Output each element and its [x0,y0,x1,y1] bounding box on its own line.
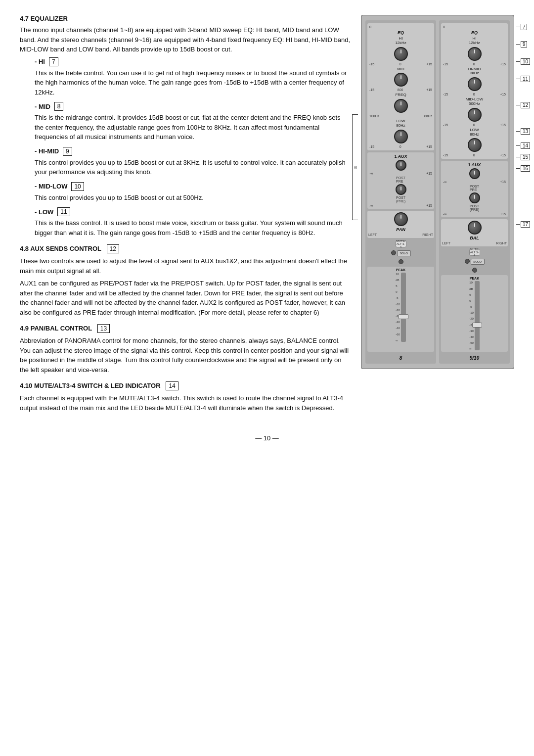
section-pan: 4.9 PAN/BAL CONTROL 13 Abbreviation of P… [20,324,351,375]
aux2-label-1: POST(PRE) [396,196,405,203]
aux2-knob-2 [469,192,480,203]
mid-knob-label-1: MID [397,67,404,72]
himid-scale-2: -150+15 [442,93,507,96]
aux-num-label-2: 1 [468,162,470,167]
aux-num-label-1: 1 [394,154,397,159]
fader-track-2[interactable] [475,281,480,350]
solo-led-1 [391,250,396,255]
page-number: — 10 — [20,434,514,442]
aux2-scale-1: -∞+15 [368,204,433,207]
ref-12: 12 [516,102,530,108]
ref-14: 14 [516,142,530,149]
midlow-label: - MID-LOW [35,183,67,190]
hi-knob-1 [394,47,408,61]
eq-title: 4.7 EQUALIZER [20,15,351,22]
fader-wrap-2: 10 dB 5 0 -5 -10 -20 -25 -30 -40 -60 [469,281,480,350]
mute-title-row: 4.10 MUTE/ALT3-4 SWITCH & LED INDICATOR … [20,381,351,390]
low-scale-2: -150+15 [442,153,507,157]
freq-knob-label-1: FREQ [395,93,406,97]
solo-btn-1[interactable]: SOLO [397,250,411,256]
fader-section-2: PEAK 10 dB 5 0 -5 -10 -20 -25 [441,275,508,352]
fader-handle-2[interactable] [472,323,482,328]
lr-label-2: LEFTRIGHT [442,241,507,245]
mute-btn-1[interactable]: MUTE/ALT 3-4 [396,240,406,247]
scale-top-1: 0 [368,25,433,29]
aux-title: 4.8 AUX SENDS CONTROL [20,245,101,252]
bal-section-2: BAL LEFTRIGHT [441,219,508,246]
peak-label-1: PEAK [396,268,405,272]
aux1-scale-2: -∞+15 [442,180,507,184]
pan-label-display-1: PAN [396,227,405,232]
midlow-text: This control provides you up to 15dB boo… [35,193,351,203]
sub-mid: - MID 8 This is the midrange control. It… [35,102,351,142]
low-label: - LOW [35,208,53,216]
mute-text: Each channel is equipped with the MUTE/A… [20,393,351,413]
section-aux: 4.8 AUX SENDS CONTROL 12 These two contr… [20,244,351,317]
freq-knob-1 [394,99,408,113]
hi-title-row: - HI 7 [35,57,351,66]
sub-low: - LOW 11 This is the bass control. It is… [35,207,351,237]
fader-handle-1[interactable] [399,314,408,319]
eq-section-2: 0 EQ HI12kHz -150+15 HI-MID3kHz -150+15 … [441,23,508,159]
aux-text1: These two controls are used to adjust th… [20,256,351,276]
ref-15: 15 [516,154,530,160]
hi-scale-2: -150+15 [442,62,507,66]
pan-num: 13 [97,324,110,333]
low-text: This is the bass control. It is used to … [35,218,351,237]
ref-16: 16 [516,165,530,172]
aux-text2: AUX1 can be configured as PRE/POST fader… [20,279,351,317]
lr-label-1: LEFTRIGHT [368,233,433,236]
peak-led-2 [472,268,477,273]
aux2-knob-1 [396,184,406,195]
mute-title: 4.10 MUTE/ALT3-4 SWITCH & LED INDICATOR [20,382,161,389]
mute-btn-2[interactable]: MUTE/ALT 3-4 [469,249,480,256]
aux2-label-2: POST(PRE) [470,204,479,211]
pan-section-1: PAN LEFTRIGHT [367,211,434,238]
channel-strip-2: 0 EQ HI12kHz -150+15 HI-MID3kHz -150+15 … [439,20,510,364]
diagram-column: 0 EQ HI12kHz -150+15 MID -15800+15 FREQ [361,15,514,369]
midlow-num: 10 [71,182,84,191]
pan-title: 4.9 PAN/BAL CONTROL [20,325,92,332]
fader-track-1[interactable] [401,273,406,342]
mixer-diagram: 0 EQ HI12kHz -150+15 MID -15800+15 FREQ [361,15,514,369]
midlow-knob-label-2: MID-LOW500Hz [466,97,484,106]
pan-knob-1 [394,212,408,226]
aux-section-2: 1 AUX -∞+15 POSTPRE POST(PRE) -∞+15 [441,161,508,217]
channel-8-bracket: 8 [352,114,358,221]
freq-scale-1: 100Hz8kHz [368,114,433,118]
aux-title-row: 4.8 AUX SENDS CONTROL 12 [20,244,351,253]
fader-marks-2: 10 dB 5 0 -5 -10 -20 -25 -30 -40 -60 [469,281,474,350]
strip-bottom-2: 9/10 [470,355,479,361]
hi-knob-label-2: HI12kHz [469,37,480,46]
eq-label-2: EQ [471,30,478,35]
mid-label: - MID [35,103,50,110]
ref-13: 13 [516,128,530,135]
hi-num: 7 [49,57,58,66]
peak-row-1 [367,259,434,264]
mute-num: 14 [166,381,178,390]
peak-row-2 [441,268,508,273]
mid-title-row: - MID 8 [35,102,351,111]
aux2-scale-2: -∞+15 [442,212,507,216]
ref-7: 7 [516,24,530,30]
eq-label-1: EQ [398,30,404,35]
himid-knob-2 [468,77,482,91]
sub-midlow: - MID-LOW 10 This control provides you u… [35,182,351,203]
bal-knob-2 [468,221,482,235]
midlow-knob-2 [468,108,482,122]
text-content: 4.7 EQUALIZER The mono input channels (c… [20,15,351,420]
mute-row-2: MUTE/ALT 3-4 [441,249,508,256]
ref-10: 10 [516,58,530,65]
sub-hi: - HI 7 This is the treble control. You c… [35,57,351,97]
hi-text: This is the treble control. You can use … [35,68,351,97]
eq-intro: The mono input channels (channel 1~8) ar… [20,25,351,54]
scale-top-2: 0 [442,25,507,29]
aux1-knob-2 [469,168,480,179]
fader-section-1: PEAK 10 dB 5 0 -5 -10 -20 -25 [367,267,434,352]
aux1-scale-1: -∞+15 [368,172,433,175]
solo-btn-2[interactable]: SOLO [471,259,485,265]
eq-section-1: 0 EQ HI12kHz -150+15 MID -15800+15 FREQ [367,23,434,150]
fader-marks-1: 10 dB 5 0 -5 -10 -20 -25 -30 -40 -60 [396,273,400,342]
hi-label: - HI [35,58,45,65]
mid-scale-1: -15800+15 [368,88,433,92]
